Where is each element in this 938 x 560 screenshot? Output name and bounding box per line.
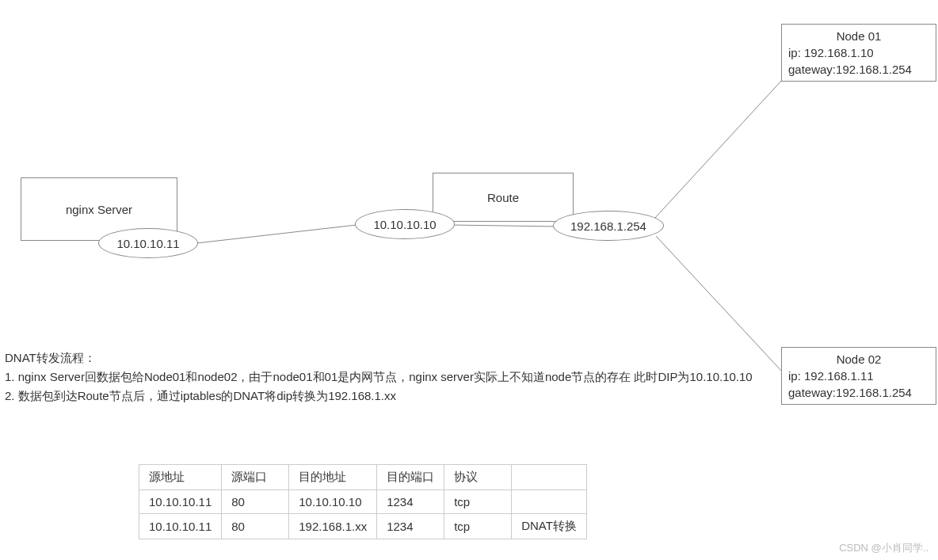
- th-src-addr: 源地址: [139, 465, 222, 490]
- packet-table: 源地址 源端口 目的地址 目的端口 协议 10.10.10.11 80 10.1…: [139, 464, 587, 539]
- route-right-ip-text: 192.168.1.254: [570, 219, 646, 233]
- packet-table-wrap: 源地址 源端口 目的地址 目的端口 协议 10.10.10.11 80 10.1…: [139, 464, 587, 539]
- node01-box: Node 01 ip: 192.168.1.10 gateway:192.168…: [781, 24, 936, 82]
- svg-line-2: [654, 79, 783, 219]
- node01-gateway: gateway:192.168.1.254: [788, 61, 929, 78]
- node02-ip: ip: 192.168.1.11: [788, 368, 929, 384]
- diagram-canvas: nginx Server 10.10.10.11 Route 10.10.10.…: [0, 0, 938, 560]
- th-src-port: 源端口: [222, 465, 289, 490]
- nginx-server-label: nginx Server: [66, 203, 132, 216]
- route-left-ip-text: 10.10.10.10: [373, 218, 436, 231]
- cell-src-port: 80: [222, 490, 289, 514]
- route-right-ip-ellipse: 192.168.1.254: [553, 211, 664, 241]
- th-note: [512, 465, 587, 490]
- cell-dst-addr: 192.168.1.xx: [289, 514, 377, 539]
- cell-proto: tcp: [444, 490, 512, 514]
- route-box: Route: [433, 173, 574, 222]
- cell-src-addr: 10.10.10.11: [139, 514, 222, 539]
- node02-title: Node 02: [788, 351, 929, 368]
- watermark-text: CSDN @小肖同学..: [839, 541, 928, 555]
- svg-line-1: [452, 225, 558, 227]
- route-label: Route: [487, 191, 519, 204]
- cell-dst-port: 1234: [377, 490, 444, 514]
- th-dst-addr: 目的地址: [289, 465, 377, 490]
- cell-dst-addr: 10.10.10.10: [289, 490, 377, 514]
- th-proto: 协议: [444, 465, 512, 490]
- table-row: 10.10.10.11 80 192.168.1.xx 1234 tcp DNA…: [139, 514, 587, 539]
- node02-gateway: gateway:192.168.1.254: [788, 384, 929, 401]
- desc-heading: DNAT转发流程：: [5, 349, 765, 368]
- node02-box: Node 02 ip: 192.168.1.11 gateway:192.168…: [781, 347, 936, 405]
- svg-line-0: [196, 225, 357, 243]
- table-header-row: 源地址 源端口 目的地址 目的端口 协议: [139, 465, 587, 490]
- node01-ip: ip: 192.168.1.10: [788, 44, 929, 61]
- desc-line2: 2. 数据包到达Route节点后，通过iptables的DNAT将dip转换为1…: [5, 387, 765, 406]
- th-dst-port: 目的端口: [377, 465, 444, 490]
- nginx-ip-text: 10.10.10.11: [116, 237, 179, 250]
- node01-title: Node 01: [788, 28, 929, 44]
- nginx-ip-ellipse: 10.10.10.11: [98, 228, 198, 258]
- cell-note: DNAT转换: [512, 514, 587, 539]
- description-block: DNAT转发流程： 1. nginx Server回数据包给Node01和nod…: [5, 349, 765, 406]
- table-row: 10.10.10.11 80 10.10.10.10 1234 tcp: [139, 490, 587, 514]
- cell-note: [512, 490, 587, 514]
- desc-line1: 1. nginx Server回数据包给Node01和node02，由于node…: [5, 368, 765, 387]
- cell-src-addr: 10.10.10.11: [139, 490, 222, 514]
- cell-proto: tcp: [444, 514, 512, 539]
- cell-src-port: 80: [222, 514, 289, 539]
- cell-dst-port: 1234: [377, 514, 444, 539]
- route-left-ip-ellipse: 10.10.10.10: [355, 209, 455, 239]
